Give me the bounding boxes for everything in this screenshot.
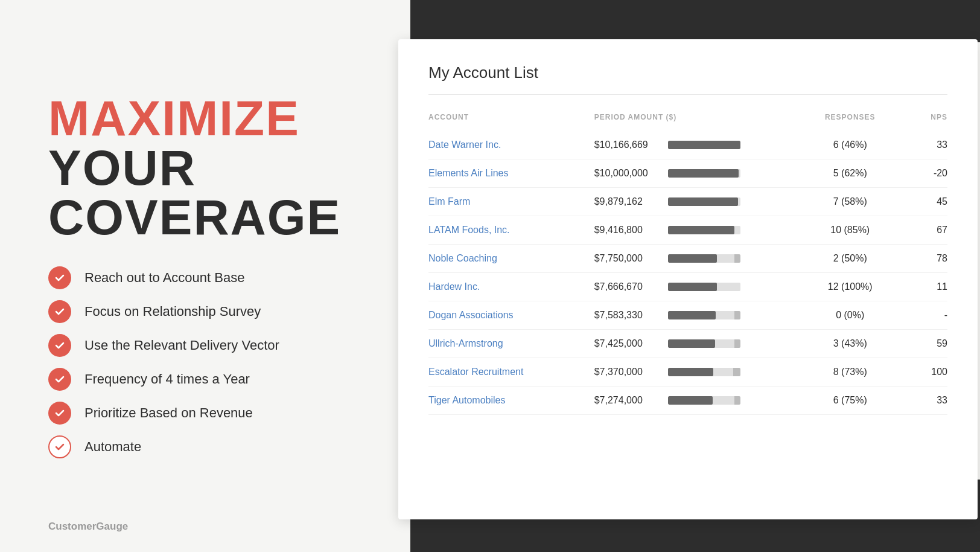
nps-cell: 45 bbox=[904, 188, 947, 216]
bar-container bbox=[668, 311, 740, 319]
bullet-item: Focus on Relationship Survey bbox=[48, 300, 362, 323]
bar-fill-light bbox=[734, 396, 740, 405]
bullet-text: Reach out to Account Base bbox=[84, 270, 244, 286]
account-name-cell[interactable]: Elm Farm bbox=[428, 188, 594, 216]
account-name-cell[interactable]: Noble Coaching bbox=[428, 245, 594, 273]
nps-cell: 78 bbox=[904, 245, 947, 273]
nps-cell: 59 bbox=[904, 330, 947, 358]
col-period-amount: PERIOD AMOUNT ($) bbox=[594, 113, 796, 131]
bar-container bbox=[668, 396, 740, 405]
bar-fill bbox=[668, 339, 715, 348]
account-table: ACCOUNT PERIOD AMOUNT ($) RESPONSES NPS … bbox=[428, 113, 947, 415]
bar-fill bbox=[668, 197, 738, 206]
amount-cell: $7,274,000 bbox=[594, 387, 796, 415]
amount-cell: $9,416,800 bbox=[594, 216, 796, 245]
responses-cell: 12 (100%) bbox=[796, 273, 904, 301]
amount-value: $7,274,000 bbox=[594, 395, 661, 406]
responses-cell: 8 (73%) bbox=[796, 358, 904, 387]
right-panel: My Account List ACCOUNT PERIOD AMOUNT ($… bbox=[398, 39, 978, 519]
amount-cell: $9,879,162 bbox=[594, 188, 796, 216]
amount-cell: $7,425,000 bbox=[594, 330, 796, 358]
col-responses: RESPONSES bbox=[796, 113, 904, 131]
table-row: LATAM Foods, Inc.$9,416,80010 (85%)67 bbox=[428, 216, 947, 245]
responses-cell: 5 (62%) bbox=[796, 159, 904, 188]
amount-cell: $7,370,000 bbox=[594, 358, 796, 387]
amount-value: $9,879,162 bbox=[594, 196, 661, 207]
table-row: Tiger Automobiles$7,274,0006 (75%)33 bbox=[428, 387, 947, 415]
bullet-check-icon bbox=[48, 334, 71, 357]
bar-fill bbox=[668, 396, 713, 405]
table-row: Elements Air Lines$10,000,0005 (62%)-20 bbox=[428, 159, 947, 188]
account-name-cell[interactable]: LATAM Foods, Inc. bbox=[428, 216, 594, 245]
col-account: ACCOUNT bbox=[428, 113, 594, 131]
amount-value: $9,416,800 bbox=[594, 225, 661, 236]
bar-fill bbox=[668, 254, 718, 263]
responses-cell: 6 (75%) bbox=[796, 387, 904, 415]
bullet-check-icon bbox=[48, 368, 71, 391]
bar-fill-light bbox=[733, 368, 740, 376]
account-name-cell[interactable]: Hardew Inc. bbox=[428, 273, 594, 301]
responses-cell: 6 (46%) bbox=[796, 131, 904, 159]
account-name-cell[interactable]: Ullrich-Armstrong bbox=[428, 330, 594, 358]
bar-container bbox=[668, 141, 740, 149]
bar-fill-light bbox=[734, 339, 740, 348]
nps-cell: 33 bbox=[904, 131, 947, 159]
bar-container bbox=[668, 283, 740, 291]
nps-cell: 100 bbox=[904, 358, 947, 387]
bar-fill bbox=[668, 311, 716, 319]
bar-container bbox=[668, 339, 740, 348]
bar-container bbox=[668, 197, 740, 206]
bullet-check-icon bbox=[48, 266, 71, 289]
bullet-item: Reach out to Account Base bbox=[48, 266, 362, 289]
account-name-cell[interactable]: Escalator Recruitment bbox=[428, 358, 594, 387]
bullet-text: Focus on Relationship Survey bbox=[84, 304, 261, 319]
headline-coverage: YOUR COVERAGE bbox=[48, 143, 362, 242]
bullet-text: Prioritize Based on Revenue bbox=[84, 405, 253, 421]
amount-cell: $7,583,330 bbox=[594, 301, 796, 330]
bullet-check-icon bbox=[48, 402, 71, 425]
bar-fill bbox=[668, 141, 740, 149]
bullet-check-icon bbox=[48, 435, 71, 458]
account-name-cell[interactable]: Date Warner Inc. bbox=[428, 131, 594, 159]
responses-cell: 3 (43%) bbox=[796, 330, 904, 358]
table-row: Escalator Recruitment$7,370,0008 (73%)10… bbox=[428, 358, 947, 387]
bar-fill bbox=[668, 368, 714, 376]
bullet-item: Prioritize Based on Revenue bbox=[48, 402, 362, 425]
col-nps: NPS bbox=[904, 113, 947, 131]
bullet-item: Frequency of 4 times a Year bbox=[48, 368, 362, 391]
amount-cell: $10,166,669 bbox=[594, 131, 796, 159]
bullet-text: Frequency of 4 times a Year bbox=[84, 371, 250, 387]
bullet-item: Automate bbox=[48, 435, 362, 458]
responses-cell: 10 (85%) bbox=[796, 216, 904, 245]
amount-value: $10,166,669 bbox=[594, 140, 661, 150]
bar-fill bbox=[668, 169, 739, 178]
account-name-cell[interactable]: Tiger Automobiles bbox=[428, 387, 594, 415]
bar-fill-light bbox=[734, 311, 740, 319]
amount-value: $7,666,670 bbox=[594, 281, 661, 292]
amount-value: $7,425,000 bbox=[594, 338, 661, 349]
bullet-text: Automate bbox=[84, 439, 141, 455]
logo-suffix: Gauge bbox=[96, 521, 128, 532]
bar-container bbox=[668, 254, 740, 263]
nps-cell: 67 bbox=[904, 216, 947, 245]
table-row: Date Warner Inc.$10,166,6696 (46%)33 bbox=[428, 131, 947, 159]
panel-title: My Account List bbox=[428, 63, 947, 95]
bullet-list: Reach out to Account Base Focus on Relat… bbox=[48, 266, 362, 458]
bar-container bbox=[668, 368, 740, 376]
table-row: Elm Farm$9,879,1627 (58%)45 bbox=[428, 188, 947, 216]
headline-maximize: MAXIMIZE bbox=[48, 94, 362, 143]
dark-top-bar bbox=[395, 0, 980, 42]
bar-container bbox=[668, 226, 740, 234]
left-panel: MAXIMIZE YOUR COVERAGE Reach out to Acco… bbox=[0, 0, 410, 552]
nps-cell: - bbox=[904, 301, 947, 330]
table-row: Noble Coaching$7,750,0002 (50%)78 bbox=[428, 245, 947, 273]
responses-cell: 0 (0%) bbox=[796, 301, 904, 330]
account-name-cell[interactable]: Dogan Associations bbox=[428, 301, 594, 330]
bar-fill-light bbox=[734, 254, 740, 263]
customer-gauge-logo: CustomerGauge bbox=[48, 521, 128, 533]
amount-value: $10,000,000 bbox=[594, 168, 661, 179]
amount-value: $7,370,000 bbox=[594, 367, 661, 377]
bullet-check-icon bbox=[48, 300, 71, 323]
account-name-cell[interactable]: Elements Air Lines bbox=[428, 159, 594, 188]
bar-fill bbox=[668, 283, 718, 291]
